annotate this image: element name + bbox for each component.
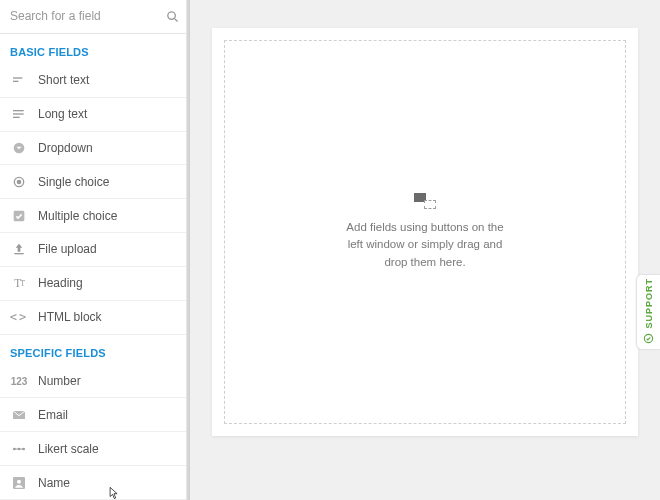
field-label: Likert scale (38, 442, 99, 456)
field-label: Long text (38, 107, 87, 121)
number-icon: 123 (10, 372, 28, 390)
field-multiple-choice[interactable]: Multiple choice (0, 199, 190, 233)
svg-rect-15 (14, 448, 23, 449)
search-row (0, 0, 190, 34)
field-heading[interactable]: TT Heading (0, 267, 190, 301)
checkbox-icon (10, 207, 28, 225)
svg-point-0 (167, 12, 175, 20)
field-label: HTML block (38, 310, 102, 324)
email-icon (10, 406, 28, 424)
field-label: Number (38, 374, 81, 388)
drag-drop-icon (414, 193, 436, 209)
canvas-area: Add fields using buttons on the left win… (190, 0, 660, 500)
support-icon (643, 333, 654, 346)
field-label: Short text (38, 73, 89, 87)
field-file-upload[interactable]: File upload (0, 233, 190, 267)
field-label: Heading (38, 276, 83, 290)
field-email[interactable]: Email (0, 398, 190, 432)
svg-point-17 (17, 479, 21, 483)
field-short-text[interactable]: Short text (0, 64, 190, 98)
code-icon: <> (10, 308, 28, 326)
field-label: Dropdown (38, 141, 93, 155)
field-label: Email (38, 408, 68, 422)
section-label-specific: SPECIFIC FIELDS (0, 335, 190, 365)
search-input[interactable] (10, 9, 164, 23)
svg-rect-5 (13, 113, 24, 114)
field-number[interactable]: 123 Number (0, 365, 190, 399)
canvas-card: Add fields using buttons on the left win… (212, 28, 638, 436)
svg-line-1 (174, 18, 177, 21)
section-label-basic: BASIC FIELDS (0, 34, 190, 64)
svg-rect-2 (13, 78, 22, 79)
upload-icon (10, 240, 28, 258)
dropdown-icon (10, 139, 28, 157)
svg-rect-3 (13, 81, 18, 82)
svg-rect-4 (13, 110, 24, 111)
svg-rect-6 (13, 117, 20, 118)
field-single-choice[interactable]: Single choice (0, 165, 190, 199)
field-label: File upload (38, 242, 97, 256)
short-text-icon (10, 71, 28, 89)
field-html-block[interactable]: <> HTML block (0, 301, 190, 335)
field-dropdown[interactable]: Dropdown (0, 132, 190, 166)
search-icon[interactable] (164, 8, 180, 24)
svg-point-9 (17, 179, 22, 184)
field-label: Multiple choice (38, 209, 117, 223)
support-label: SUPPORT (644, 278, 654, 329)
sidebar: BASIC FIELDS Short text Long text Dropdo… (0, 0, 190, 500)
name-icon (10, 474, 28, 492)
support-tab[interactable]: SUPPORT (636, 274, 660, 350)
form-dropzone[interactable]: Add fields using buttons on the left win… (224, 40, 626, 424)
dropzone-text: Add fields using buttons on the left win… (345, 219, 505, 271)
radio-icon (10, 173, 28, 191)
field-label: Single choice (38, 175, 109, 189)
field-label: Name (38, 476, 70, 490)
likert-icon (10, 440, 28, 458)
field-long-text[interactable]: Long text (0, 98, 190, 132)
svg-rect-11 (14, 253, 23, 254)
field-likert-scale[interactable]: Likert scale (0, 432, 190, 466)
long-text-icon (10, 105, 28, 123)
field-name[interactable]: Name (0, 466, 190, 500)
heading-icon: TT (10, 274, 28, 292)
